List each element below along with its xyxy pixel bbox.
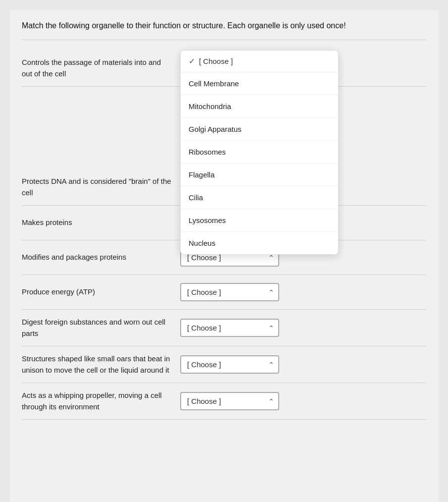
row-digest-foreign: Digest foreign substances and worn out c… [22, 310, 426, 346]
dropdown-item-mitochondria[interactable]: Mitochondria [181, 95, 338, 118]
dropdown-header[interactable]: ✓ [ Choose ] [181, 51, 338, 72]
description-digest-foreign: Digest foreign substances and worn out c… [22, 317, 180, 339]
control-small-oars: [ Choose ] Cell Membrane Mitochondria Go… [180, 355, 426, 374]
description-produce-energy: Produce energy (ATP) [22, 286, 180, 298]
select-wrapper-8: [ Choose ] Cell Membrane Mitochondria Go… [180, 392, 279, 410]
dropdown-check-icon: ✓ [189, 56, 195, 66]
select-wrapper-6: [ Choose ] Cell Membrane Mitochondria Go… [180, 319, 279, 337]
select-digest-foreign[interactable]: [ Choose ] Cell Membrane Mitochondria Go… [180, 319, 279, 337]
row-small-oars: Structures shaped like small oars that b… [22, 346, 426, 383]
control-whipping-propeller: [ Choose ] Cell Membrane Mitochondria Go… [180, 392, 426, 410]
main-container: Match the following organelle to their f… [10, 10, 438, 502]
row-controls-passage: Controls the passage of materials into a… [22, 50, 426, 87]
control-digest-foreign: [ Choose ] Cell Membrane Mitochondria Go… [180, 319, 426, 337]
instructions: Match the following organelle to their f… [22, 20, 426, 40]
row-whipping-propeller: Acts as a whipping propeller, moving a c… [22, 383, 426, 420]
dropdown-item-golgi[interactable]: Golgi Apparatus [181, 118, 338, 141]
select-wrapper-7: [ Choose ] Cell Membrane Mitochondria Go… [180, 355, 279, 374]
matching-table: Controls the passage of materials into a… [22, 50, 426, 420]
description-small-oars: Structures shaped like small oars that b… [22, 353, 180, 376]
select-produce-energy[interactable]: [ Choose ] Cell Membrane Mitochondria Go… [180, 283, 279, 301]
dropdown-item-nucleus[interactable]: Nucleus [181, 232, 338, 254]
description-controls-passage: Controls the passage of materials into a… [22, 57, 180, 79]
dropdown-item-cilia[interactable]: Cilia [181, 186, 338, 209]
description-whipping-propeller: Acts as a whipping propeller, moving a c… [22, 390, 180, 412]
instructions-text: Match the following organelle to their f… [22, 21, 346, 30]
dropdown-open: ✓ [ Choose ] Cell Membrane Mitochondria … [180, 50, 339, 255]
description-modifies-proteins: Modifies and packages proteins [22, 252, 180, 263]
control-produce-energy: [ Choose ] Cell Membrane Mitochondria Go… [180, 283, 426, 301]
dropdown-header-label: [ Choose ] [199, 57, 233, 65]
select-wrapper-5: [ Choose ] Cell Membrane Mitochondria Go… [180, 283, 279, 301]
dropdown-item-cell-membrane[interactable]: Cell Membrane [181, 72, 338, 95]
select-small-oars[interactable]: [ Choose ] Cell Membrane Mitochondria Go… [180, 355, 279, 374]
dropdown-item-lysosomes[interactable]: Lysosomes [181, 209, 338, 232]
description-protects-dna: Protects DNA and is considered "brain" o… [22, 176, 180, 198]
dropdown-item-ribosomes[interactable]: Ribosomes [181, 141, 338, 164]
description-makes-proteins: Makes proteins [22, 217, 180, 228]
control-controls-passage: [ Choose ] Cell Membrane Mitochondria Go… [180, 59, 426, 77]
select-whipping-propeller[interactable]: [ Choose ] Cell Membrane Mitochondria Go… [180, 392, 279, 410]
dropdown-item-flagella[interactable]: Flagella [181, 164, 338, 186]
row-produce-energy: Produce energy (ATP) [ Choose ] Cell Mem… [22, 275, 426, 310]
